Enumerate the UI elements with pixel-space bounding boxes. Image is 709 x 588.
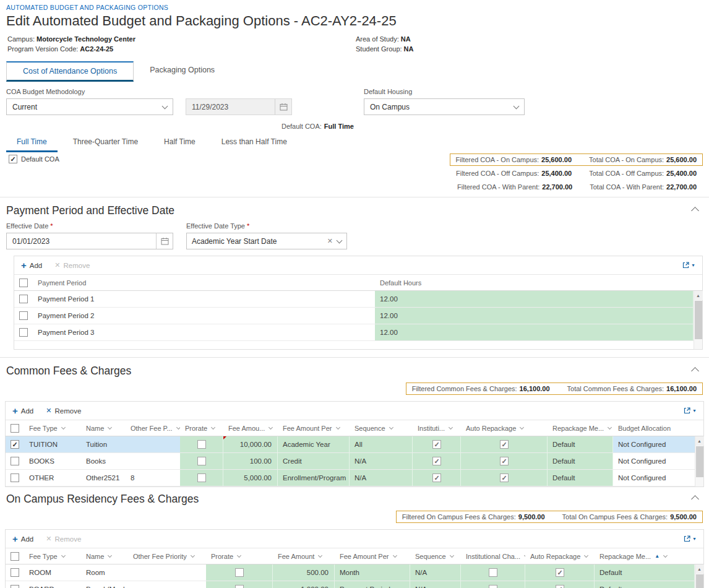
column-header-payment-period[interactable]: Payment Period — [33, 279, 375, 287]
prorate-checkbox[interactable] — [235, 568, 244, 577]
cell-prorate[interactable] — [180, 453, 223, 469]
default-coa-checkbox-group[interactable]: Default COA — [9, 155, 59, 163]
cell-prorate[interactable] — [206, 564, 273, 581]
select-all-cell[interactable] — [6, 424, 24, 433]
grid-popout-icon[interactable]: ▼ — [683, 407, 697, 415]
vertical-scrollbar[interactable]: ▲ — [695, 564, 703, 588]
cell-repackage-method[interactable]: Default — [595, 581, 695, 588]
select-all-checkbox[interactable] — [19, 279, 28, 287]
table-row[interactable]: Payment Period 3 12.00 — [14, 324, 694, 341]
cell-fee-amount-per[interactable]: Enrollment/Program — [278, 470, 350, 486]
table-row[interactable]: Payment Period 2 12.00 — [14, 308, 694, 324]
cell-payment-period[interactable]: Payment Period 2 — [33, 308, 375, 324]
effective-date-input[interactable]: 01/01/2023 — [6, 233, 173, 249]
cell-institutional-charge[interactable] — [413, 436, 461, 452]
auto-repackage-checkbox[interactable] — [500, 440, 509, 449]
cell-institutional-charge[interactable] — [413, 453, 461, 469]
auto-repackage-checkbox[interactable] — [500, 457, 509, 465]
vertical-scrollbar[interactable]: ▲ — [695, 436, 703, 486]
cell-prorate[interactable] — [180, 470, 223, 486]
row-select-checkbox[interactable] — [11, 457, 19, 465]
cell-repackage-method[interactable]: Default — [548, 453, 613, 469]
row-select-cell[interactable] — [6, 581, 24, 588]
row-select-checkbox[interactable] — [19, 328, 28, 337]
column-header-name[interactable]: Name — [81, 425, 126, 432]
vertical-scrollbar[interactable]: ▲ — [694, 291, 702, 349]
prorate-checkbox[interactable] — [197, 457, 206, 465]
grid-popout-icon[interactable]: ▼ — [682, 261, 695, 269]
scroll-up-icon[interactable]: ▲ — [695, 564, 704, 574]
row-select-cell[interactable] — [14, 308, 33, 324]
cell-fee-amount-per[interactable]: Academic Year — [278, 436, 350, 452]
cell-budget-allocation[interactable]: Not Configured — [613, 470, 695, 486]
column-header-prorate[interactable]: Prorate — [206, 553, 273, 560]
prorate-checkbox[interactable] — [197, 440, 206, 449]
cell-name[interactable]: Board (Meals) — [81, 581, 128, 588]
default-coa-checkbox[interactable] — [9, 155, 17, 163]
cell-auto-repackage[interactable] — [461, 436, 548, 452]
select-all-cell[interactable] — [6, 552, 24, 561]
collapse-section-icon[interactable] — [691, 367, 699, 375]
cell-repackage-method[interactable]: Default — [595, 564, 695, 581]
column-header-fee-amount-per[interactable]: Fee Amount Per — [335, 553, 410, 560]
cell-default-hours[interactable]: 12.00 — [375, 308, 694, 324]
cell-other-fee-priority[interactable] — [126, 453, 180, 469]
institutional-charge-checkbox[interactable] — [432, 473, 441, 482]
cell-budget-allocation[interactable]: Not Configured — [613, 453, 695, 469]
column-header-institutional-charge[interactable]: Institutional Cha... — [461, 553, 525, 560]
cell-other-fee-priority[interactable] — [128, 564, 206, 581]
cell-fee-type[interactable]: OTHER — [24, 470, 81, 486]
auto-repackage-checkbox[interactable] — [500, 473, 509, 482]
scroll-up-icon[interactable]: ▲ — [695, 436, 704, 446]
cell-fee-amount[interactable]: 1,000.00 — [273, 581, 335, 588]
row-select-cell[interactable] — [14, 291, 33, 307]
column-header-other-fee-priority[interactable]: Other Fee Priority — [128, 553, 206, 560]
clear-icon[interactable]: ✕ — [323, 237, 337, 245]
table-row[interactable]: BOOKS Books 100.00 Credit N/A Default No… — [6, 453, 695, 470]
scrollbar-thumb[interactable] — [696, 446, 703, 477]
row-select-cell[interactable] — [6, 453, 24, 469]
tab-three-quarter-time[interactable]: Three-Quarter Time — [62, 132, 148, 152]
column-header-fee-type[interactable]: Fee Type — [24, 553, 81, 560]
cell-institutional-charge[interactable] — [413, 470, 461, 486]
cell-name[interactable]: Tuition — [81, 436, 126, 452]
institutional-charge-checkbox[interactable] — [432, 440, 441, 449]
scroll-up-icon[interactable]: ▲ — [694, 291, 703, 300]
row-select-checkbox[interactable] — [19, 311, 28, 320]
cell-name[interactable]: Room — [81, 564, 128, 581]
column-header-repackage-method[interactable]: Repackage Me... — [548, 425, 613, 432]
cell-institutional-charge[interactable] — [461, 564, 525, 581]
cell-auto-repackage[interactable] — [525, 581, 595, 588]
cell-default-hours[interactable]: 12.00 — [375, 324, 694, 340]
column-header-fee-amount[interactable]: Fee Amount — [273, 553, 335, 560]
add-button[interactable]: +Add — [12, 406, 33, 415]
cell-fee-amount-per[interactable]: Credit — [278, 453, 350, 469]
column-header-name[interactable]: Name — [81, 553, 128, 560]
column-header-prorate[interactable]: Prorate — [180, 425, 223, 432]
row-select-checkbox[interactable] — [11, 440, 19, 449]
table-row[interactable]: OTHER Other2521 8 5,000.00 Enrollment/Pr… — [6, 470, 695, 486]
cell-sequence[interactable]: N/A — [410, 581, 461, 588]
cell-other-fee-priority[interactable]: 8 — [126, 470, 180, 486]
collapse-section-icon[interactable] — [691, 495, 699, 503]
tab-cost-of-attendance-options[interactable]: Cost of Attendance Options — [6, 61, 134, 82]
row-select-checkbox[interactable] — [11, 473, 19, 482]
cell-payment-period[interactable]: Payment Period 1 — [33, 291, 375, 307]
cell-sequence[interactable]: N/A — [350, 470, 413, 486]
cell-fee-amount[interactable]: 5,000.00 — [223, 470, 278, 486]
cell-fee-type[interactable]: BOOKS — [24, 453, 81, 469]
cell-sequence[interactable]: All — [350, 436, 413, 452]
row-select-cell[interactable] — [6, 436, 24, 452]
tab-half-time[interactable]: Half Time — [153, 132, 206, 152]
column-header-fee-amount-per[interactable]: Fee Amount Per — [278, 425, 350, 432]
cell-fee-type[interactable]: ROOM — [24, 564, 81, 581]
prorate-checkbox[interactable] — [197, 473, 206, 482]
collapse-section-icon[interactable] — [691, 207, 699, 215]
institutional-charge-checkbox[interactable] — [489, 585, 497, 588]
calendar-icon[interactable] — [156, 233, 173, 249]
row-select-checkbox[interactable] — [19, 295, 28, 303]
cell-fee-amount-per[interactable]: Payment Period — [335, 581, 410, 588]
cell-default-hours[interactable]: 12.00 — [375, 291, 694, 307]
column-header-default-hours[interactable]: Default Hours — [375, 279, 702, 287]
column-header-auto-repackage[interactable]: Auto Repackage — [525, 553, 595, 560]
